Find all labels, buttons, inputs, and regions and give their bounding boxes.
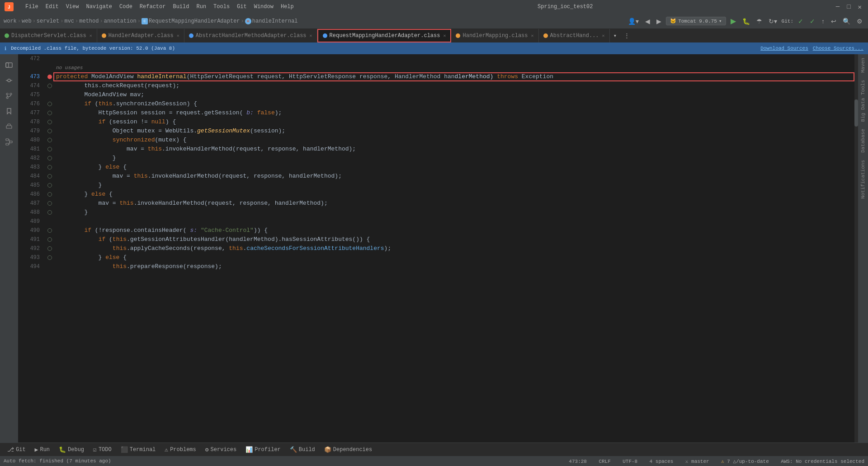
menu-edit[interactable]: Edit (43, 3, 61, 11)
tab-close-button[interactable]: ✕ (531, 33, 534, 38)
debug-tool-button[interactable]: 🐛 Debug (55, 445, 88, 454)
download-sources-link[interactable]: Download Sources (760, 46, 808, 51)
menu-window[interactable]: Window (251, 3, 276, 11)
breadcrumb-web[interactable]: web (22, 18, 32, 24)
scrollbar-thumb[interactable] (854, 99, 858, 127)
breadcrumb-mvc[interactable]: mvc (64, 18, 74, 24)
line-ending[interactable]: CRLF (599, 459, 610, 464)
sidebar-commit-icon[interactable] (2, 73, 16, 88)
code-line-487: 487 mav = this.invokeHandlerMethod(reque… (18, 199, 854, 208)
right-tab-big-data[interactable]: Big Data Tools (859, 76, 868, 125)
coverage-button[interactable]: ☂ (755, 17, 764, 26)
tab-close-button[interactable]: ✕ (602, 33, 605, 38)
tab-overflow-button[interactable]: ▾ (610, 29, 621, 42)
minimize-button[interactable]: ─ (834, 3, 841, 11)
menu-git[interactable]: Git (234, 3, 250, 11)
breadcrumb-work[interactable]: work (4, 18, 17, 24)
dependencies-tool-button[interactable]: 📦 Dependencies (321, 445, 376, 454)
search-button[interactable]: 🔍 (841, 17, 852, 26)
right-scrollbar[interactable] (854, 54, 858, 442)
menu-build[interactable]: Build (170, 3, 192, 11)
breakpoint-outline (47, 102, 52, 106)
tab-handler-mapping[interactable]: HandlerMapping.class ✕ (451, 29, 538, 42)
services-tool-button[interactable]: ⚙ Services (202, 445, 240, 454)
dependencies-tool-icon: 📦 (324, 446, 331, 453)
debug-button[interactable]: 🐛 (741, 17, 752, 26)
right-tab-notifications[interactable]: Notifications (859, 156, 868, 202)
indent[interactable]: 4 spaces (650, 459, 674, 464)
git-push[interactable]: ↑ (820, 17, 826, 26)
sidebar-project-icon[interactable] (2, 58, 16, 72)
close-button[interactable]: ✕ (856, 3, 863, 11)
right-tab-database[interactable]: Database (859, 125, 868, 156)
breadcrumb-servlet[interactable]: servlet (37, 18, 59, 24)
tab-close-button[interactable]: ✕ (177, 33, 179, 38)
git-check1[interactable]: ✓ (796, 17, 805, 26)
code-line-485: 485 } (18, 181, 854, 190)
menu-view[interactable]: View (63, 3, 82, 11)
menu-refactor[interactable]: Refactor (137, 3, 169, 11)
sidebar-aws-icon[interactable] (2, 119, 16, 134)
branch-name[interactable]: master (691, 459, 709, 464)
line-code-491: if (this.getSessionAttributesHandler(han… (54, 235, 854, 244)
tab-close-button[interactable]: ✕ (443, 33, 446, 38)
git-revert[interactable]: ↩ (829, 17, 838, 26)
git-tool-button[interactable]: ⎇ Git (4, 445, 29, 454)
terminal-tool-button[interactable]: ⬛ Terminal (117, 445, 160, 454)
line-number: 475 (18, 90, 45, 99)
code-editor[interactable]: 472 no usages 473 (18, 54, 854, 442)
nav-prev-button[interactable]: ◀ (643, 17, 652, 26)
right-tab-maven[interactable]: Maven (859, 54, 868, 76)
tab-more-options[interactable]: ⋮ (620, 29, 633, 42)
code-content[interactable]: 472 no usages 473 (18, 54, 854, 442)
problems-tool-button[interactable]: ⚠ Problems (161, 445, 199, 454)
window-controls[interactable]: ─ □ ✕ (834, 3, 863, 11)
aws-credentials-status[interactable]: AWS: No credentials selected (781, 459, 864, 464)
run-tool-button[interactable]: ▶ Run (31, 445, 53, 454)
line-number: 492 (18, 244, 45, 253)
sidebar-bookmarks-icon[interactable] (2, 104, 16, 118)
tab-abstract-hand[interactable]: AbstractHand... ✕ (539, 29, 610, 42)
menu-tools[interactable]: Tools (211, 3, 232, 11)
menu-run[interactable]: Run (193, 3, 209, 11)
tab-close-button[interactable]: ✕ (90, 33, 92, 38)
todo-tool-button[interactable]: ☑ TODO (90, 445, 115, 454)
breadcrumb-class[interactable]: RequestMappingHandlerAdapter (149, 18, 240, 24)
build-tool-button[interactable]: 🔨 Build (286, 445, 319, 454)
reload-button[interactable]: ↻▾ (767, 17, 779, 26)
right-sidebar: Maven Big Data Tools Database Notificati… (858, 54, 868, 442)
tab-handler-adapter[interactable]: HandlerAdapter.class ✕ (97, 29, 184, 42)
tab-dispatcher-servlet[interactable]: DispatcherServlet.class ✕ (0, 29, 97, 42)
sidebar-structure-icon[interactable] (2, 135, 16, 149)
run-button[interactable]: ▶ (729, 16, 738, 26)
breadcrumb-method-name[interactable]: handleInternal (252, 18, 298, 24)
cursor-position[interactable]: 473:28 (569, 459, 587, 464)
tab-close-button[interactable]: ✕ (310, 33, 312, 38)
settings-button[interactable]: ⚙ (855, 17, 864, 26)
breadcrumb-annotation[interactable]: annotation (104, 18, 137, 24)
breakpoint-dot[interactable] (47, 75, 52, 79)
problems-tool-label: Problems (170, 447, 196, 453)
run-config[interactable]: 🐱 Tomcat 9.0.75 ▾ (666, 17, 726, 25)
menu-code[interactable]: Code (117, 3, 135, 11)
tab-request-mapping[interactable]: RequestMappingHandlerAdapter.class ✕ (317, 29, 452, 42)
maximize-button[interactable]: □ (845, 3, 852, 11)
sidebar-pull-requests-icon[interactable] (2, 89, 16, 103)
menu-file[interactable]: File (23, 3, 41, 11)
code-line-488: 488 } (18, 208, 854, 217)
encoding[interactable]: UTF-8 (623, 459, 637, 464)
menu-bar[interactable]: File Edit View Navigate Code Refactor Bu… (23, 3, 297, 11)
breadcrumb-method[interactable]: method (79, 18, 99, 24)
nav-next-button[interactable]: ▶ (655, 17, 663, 26)
tab-icon-orange (543, 33, 548, 38)
nav-back-button[interactable]: 👤▾ (626, 17, 641, 26)
profiler-tool-button[interactable]: 📊 Profiler (242, 445, 284, 454)
aws-status: 473:28 CRLF UTF-8 4 spaces ⚔ master ⚠ 7 … (569, 458, 864, 464)
tab-abstract-handler[interactable]: AbstractHandlerMethodAdapter.class ✕ (184, 29, 317, 42)
tab-label: AbstractHand... (550, 33, 599, 39)
choose-sources-link[interactable]: Choose Sources... (813, 46, 863, 51)
line-code-479: Object mutex = WebUtils.getSessionMutex(… (54, 127, 854, 136)
menu-navigate[interactable]: Navigate (83, 3, 115, 11)
menu-help[interactable]: Help (278, 3, 297, 11)
git-check2[interactable]: ✓ (808, 17, 817, 26)
